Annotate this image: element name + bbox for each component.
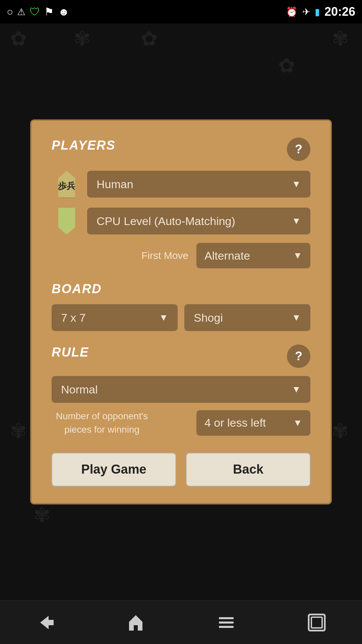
player1-chevron-icon: ▼	[292, 179, 301, 190]
back-icon	[35, 612, 55, 633]
battery-icon: ▮	[315, 6, 320, 17]
first-move-dropdown[interactable]: Alternate ▼	[196, 243, 310, 268]
rule-chevron-icon: ▼	[292, 384, 301, 395]
board-label: BOARD	[52, 282, 102, 296]
first-move-chevron-icon: ▼	[293, 250, 302, 261]
winning-dropdown[interactable]: 4 or less left ▼	[196, 410, 310, 436]
player1-piece-icon: 歩兵	[52, 169, 82, 199]
nav-menu-button[interactable]	[206, 607, 246, 638]
board-style-value: Shogi	[194, 311, 223, 324]
board-section-header: BOARD	[52, 282, 310, 296]
board-style-dropdown[interactable]: Shogi ▼	[184, 304, 310, 331]
player2-dropdown[interactable]: CPU Level (Auto-Matching) ▼	[87, 208, 310, 234]
first-move-row: First Move Alternate ▼	[52, 243, 310, 268]
status-bar: ○ ⚠ 🛡 ⚑ ☻ ⏰ ✈ ▮ 20:26	[0, 0, 362, 23]
status-time: 20:26	[324, 5, 355, 19]
menu-icon	[216, 612, 236, 633]
navigation-bar	[0, 600, 362, 644]
home-icon	[126, 612, 146, 633]
nav-windows-button[interactable]	[297, 607, 337, 638]
nav-back-button[interactable]	[25, 607, 65, 638]
player2-row: CPU Level (Auto-Matching) ▼	[52, 206, 310, 236]
android-icon: ☻	[58, 6, 69, 18]
player2-piece-icon	[52, 206, 82, 236]
player1-row: 歩兵 Human ▼	[52, 169, 310, 199]
players-label: PLAYERS	[52, 138, 116, 153]
rule-help-button[interactable]: ?	[287, 344, 310, 368]
rule-label: RULE	[52, 345, 89, 360]
warning-icon: ⚠	[17, 6, 25, 17]
status-right-icons: ⏰ ✈ ▮ 20:26	[286, 5, 355, 19]
windows-icon	[307, 612, 327, 633]
rule-dropdown[interactable]: Normal ▼	[52, 376, 310, 403]
first-move-label: First Move	[141, 250, 188, 261]
winning-label: Number of opponent'spieces for winning	[52, 410, 152, 436]
human-piece: 歩兵	[55, 170, 79, 198]
winning-value: 4 or less left	[204, 416, 266, 429]
player2-chevron-icon: ▼	[292, 216, 301, 226]
chat-icon: ○	[7, 6, 13, 18]
svg-rect-0	[219, 617, 234, 619]
action-buttons-row: Play Game Back	[52, 453, 310, 486]
play-game-button[interactable]: Play Game	[52, 453, 176, 486]
airplane-icon: ✈	[302, 6, 310, 17]
game-settings-dialog: PLAYERS ? 歩兵 Human ▼ CPU Level (Auto-Mat…	[30, 119, 332, 504]
alarm-icon: ⏰	[286, 6, 298, 17]
player1-dropdown[interactable]: Human ▼	[87, 171, 310, 198]
svg-rect-1	[219, 622, 234, 624]
board-size-dropdown[interactable]: 7 x 7 ▼	[52, 304, 178, 331]
player1-value: Human	[97, 178, 133, 191]
nav-home-button[interactable]	[116, 607, 156, 638]
status-left-icons: ○ ⚠ 🛡 ⚑ ☻	[7, 5, 69, 18]
first-move-value: Alternate	[204, 249, 250, 262]
board-size-chevron-icon: ▼	[159, 312, 168, 323]
rule-value: Normal	[61, 383, 98, 396]
cpu-piece	[55, 207, 79, 235]
rule-section-header: RULE ?	[52, 344, 310, 368]
players-help-button[interactable]: ?	[287, 138, 310, 161]
players-section-header: PLAYERS ?	[52, 138, 310, 161]
board-size-value: 7 x 7	[61, 311, 86, 324]
flag-icon: ⚑	[44, 5, 54, 18]
main-content: PLAYERS ? 歩兵 Human ▼ CPU Level (Auto-Mat…	[0, 23, 362, 600]
player2-value: CPU Level (Auto-Matching)	[97, 215, 235, 228]
winning-condition-row: Number of opponent'spieces for winning 4…	[52, 410, 310, 436]
board-style-chevron-icon: ▼	[292, 312, 301, 323]
svg-rect-2	[219, 626, 234, 628]
winning-chevron-icon: ▼	[293, 418, 302, 428]
back-button[interactable]: Back	[186, 453, 310, 486]
board-options-row: 7 x 7 ▼ Shogi ▼	[52, 304, 310, 331]
svg-rect-4	[311, 617, 322, 628]
shield-icon: 🛡	[29, 6, 40, 18]
